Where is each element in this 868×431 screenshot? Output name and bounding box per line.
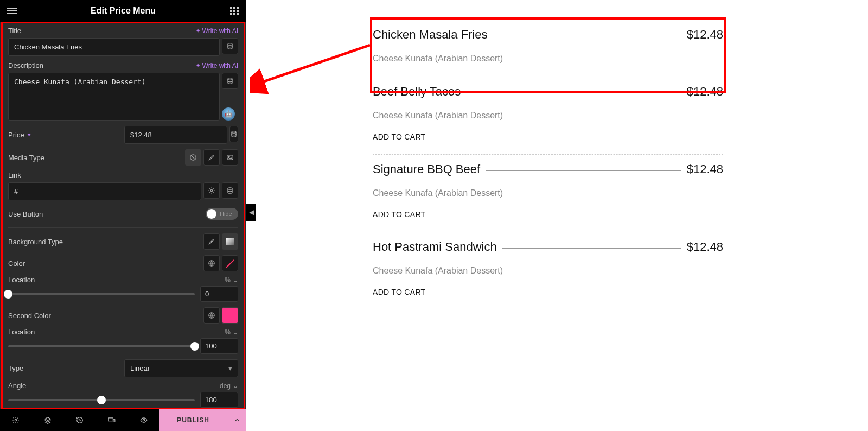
menu-separator (486, 170, 681, 171)
layers-icon[interactable] (32, 416, 64, 424)
svg-rect-13 (113, 419, 115, 422)
menu-item-price: $12.48 (687, 240, 723, 254)
second-color-swatch[interactable] (222, 307, 238, 324)
price-label: Price ✦ (8, 131, 31, 139)
title-label: Title (8, 27, 21, 35)
add-to-cart-link[interactable]: ADD TO CART (373, 288, 723, 296)
collapse-handle-icon[interactable]: ◀ (246, 204, 256, 221)
menu-item[interactable]: Beef Belly Tacos $12.48 Cheese Kunafa (A… (373, 77, 723, 155)
divider (8, 227, 238, 228)
media-brush-icon[interactable] (203, 149, 220, 166)
svg-rect-8 (226, 238, 234, 245)
svg-point-2 (232, 131, 236, 134)
description-db-icon[interactable] (222, 73, 238, 89)
hamburger-icon[interactable] (5, 4, 18, 17)
preview-canvas: Chicken Masala Fries $12.48 Cheese Kunaf… (372, 19, 724, 310)
color-global-icon[interactable] (203, 255, 220, 271)
location-slider[interactable] (8, 293, 195, 295)
title-input[interactable] (8, 38, 220, 56)
menu-item-desc: Cheese Kunafa (Arabian Dessert) (373, 54, 723, 64)
menu-item-title: Chicken Masala Fries (373, 28, 488, 42)
svg-line-16 (259, 45, 370, 83)
write-ai-desc-link[interactable]: Write with AI (196, 62, 238, 69)
sidebar-header: Edit Price Menu (0, 0, 246, 22)
sidebar-body: Title Write with AI Description Write wi… (1, 22, 245, 409)
use-button-toggle[interactable]: Hide (206, 208, 238, 220)
menu-item-title: Signature BBQ Beef (373, 162, 480, 176)
media-none-icon[interactable] (185, 149, 201, 166)
media-image-icon[interactable] (222, 149, 238, 166)
second-color-label: Second Color (8, 312, 51, 320)
menu-item-price: $12.48 (687, 162, 723, 176)
link-input[interactable] (8, 182, 201, 200)
sidebar-title: Edit Price Menu (18, 6, 228, 16)
publish-options-icon[interactable] (227, 409, 246, 431)
annotation-arrow-icon (250, 31, 374, 97)
menu-item-title: Hot Pastrami Sandwich (373, 240, 497, 254)
menu-separator (502, 248, 681, 249)
price-label-text: Price (8, 131, 24, 139)
bottom-bar: PUBLISH (0, 409, 246, 431)
location2-label: Location (8, 328, 35, 336)
bg-type-label: Background Type (8, 238, 63, 246)
sparkle-icon: ✦ (27, 131, 31, 138)
location-label: Location (8, 276, 35, 284)
menu-item[interactable]: Chicken Masala Fries $12.48 Cheese Kunaf… (373, 20, 723, 77)
toggle-state-label: Hide (220, 211, 232, 217)
svg-point-11 (15, 419, 17, 421)
location-value[interactable] (200, 286, 238, 302)
history-icon[interactable] (64, 416, 96, 424)
link-db-icon[interactable] (222, 182, 238, 199)
link-settings-icon[interactable] (203, 182, 220, 199)
location2-value[interactable] (200, 338, 238, 354)
menu-separator (466, 93, 681, 93)
price-db-icon[interactable] (229, 126, 238, 142)
settings-icon[interactable] (0, 416, 32, 424)
publish-button[interactable]: PUBLISH (159, 409, 227, 431)
use-button-label: Use Button (8, 210, 43, 218)
type-select[interactable]: Linear (124, 359, 238, 377)
menu-item[interactable]: Signature BBQ Beef $12.48 Cheese Kunafa … (373, 155, 723, 232)
price-input[interactable] (124, 126, 227, 144)
menu-item-desc: Cheese Kunafa (Arabian Dessert) (373, 111, 723, 121)
angle-unit[interactable]: deg (220, 382, 238, 390)
location2-slider[interactable] (8, 345, 195, 347)
description-label: Description (8, 61, 43, 69)
link-label: Link (8, 171, 21, 179)
color-swatch[interactable] (222, 255, 238, 271)
second-color-global-icon[interactable] (203, 307, 220, 324)
bg-brush-icon[interactable] (203, 233, 220, 250)
description-input[interactable] (8, 73, 220, 121)
title-db-icon[interactable] (222, 38, 238, 54)
svg-point-14 (143, 419, 145, 421)
write-ai-title-link[interactable]: Write with AI (196, 27, 238, 35)
svg-point-0 (228, 43, 232, 46)
preview-icon[interactable] (127, 416, 159, 424)
angle-value[interactable] (200, 392, 238, 408)
grid-icon[interactable] (228, 4, 241, 17)
bg-gradient-icon[interactable] (222, 233, 238, 250)
svg-rect-12 (108, 418, 113, 421)
location2-unit[interactable]: % (225, 328, 238, 336)
add-to-cart-link[interactable]: ADD TO CART (373, 132, 723, 141)
menu-separator (493, 36, 681, 36)
devices-icon[interactable] (95, 416, 127, 424)
color-label: Color (8, 259, 25, 268)
ai-robot-icon[interactable]: 🤖 (222, 107, 235, 121)
svg-point-7 (228, 188, 232, 190)
menu-item[interactable]: Hot Pastrami Sandwich $12.48 Cheese Kuna… (373, 232, 723, 309)
type-label: Type (8, 364, 23, 372)
location-unit[interactable]: % (225, 276, 238, 284)
svg-point-6 (210, 189, 213, 192)
menu-item-price: $12.48 (687, 28, 723, 42)
angle-slider[interactable] (8, 399, 195, 401)
menu-item-desc: Cheese Kunafa (Arabian Dessert) (373, 188, 723, 198)
menu-item-title: Beef Belly Tacos (373, 85, 461, 99)
menu-item-desc: Cheese Kunafa (Arabian Dessert) (373, 266, 723, 276)
angle-label: Angle (8, 382, 26, 390)
menu-item-price: $12.48 (687, 85, 723, 99)
editor-sidebar: Edit Price Menu Title Write with AI Desc… (0, 0, 246, 431)
media-type-label: Media Type (8, 154, 44, 162)
add-to-cart-link[interactable]: ADD TO CART (373, 210, 723, 219)
svg-point-1 (228, 78, 232, 80)
